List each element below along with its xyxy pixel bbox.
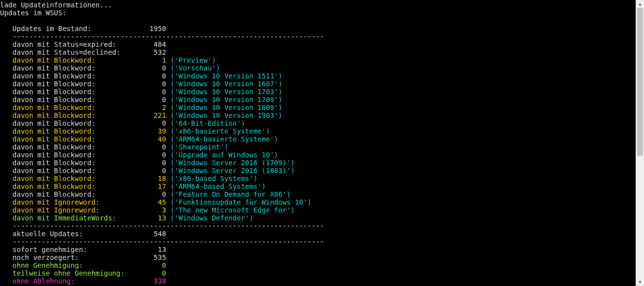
summary-verzoegert: noch verzoegert: 535: [0, 253, 642, 261]
status-line: davon mit Status=declined: 532: [0, 48, 642, 56]
blockword-line: davon mit Blockword: 17 ('ARM64-based Sy…: [0, 182, 642, 190]
title-line: Updates im WSUS:: [0, 9, 642, 17]
bestand-line: Updates im Bestand: 1950: [0, 25, 642, 33]
blockword-line: davon mit Blockword: 1 ('Preview'): [0, 56, 642, 64]
blockword-line: davon mit Blockword: 0 ('Feature On Dema…: [0, 190, 642, 198]
blockword-line: davon mit Blockword: 0 ('Windows Server …: [0, 159, 642, 167]
terminal-window: lade Updateinformationen...Updates im WS…: [0, 0, 642, 286]
scrollbar[interactable]: ▲ ▼: [636, 0, 644, 286]
summary-ohne-ablehnung: ohne Ablehnung: 338: [0, 277, 642, 285]
blockword-line: davon mit Blockword: 2 ('Windows 10 Vers…: [0, 104, 642, 111]
separator: ----------------------------------------…: [0, 33, 642, 40]
blockword-line: davon mit Blockword: 0 ('Windows Server …: [0, 167, 642, 175]
blockword-line: davon mit Blockword: 0 ('Windows 10 Vers…: [0, 72, 642, 80]
blockword-line: davon mit Blockword: 0 ('Windows 10 Vers…: [0, 80, 642, 88]
blockword-line: davon mit Blockword: 0 ('64-Bit-Edition'…: [0, 119, 642, 127]
blank-line: [0, 17, 642, 25]
scroll-down-button[interactable]: ▼: [636, 278, 644, 286]
separator: ----------------------------------------…: [0, 222, 642, 230]
blockword-line: davon mit Blockword: 0 ('Windows 10 Vers…: [0, 88, 642, 96]
loading-line: lade Updateinformationen...: [0, 1, 642, 9]
ignoreword-line: davon mit Ignoreword: 45 ('Funktionsupda…: [0, 198, 642, 206]
blockword-line: davon mit Blockword: 0 ('Vorschau'): [0, 64, 642, 72]
status-line: davon mit Status=expired: 484: [0, 40, 642, 48]
chevron-up-icon: ▲: [639, 2, 641, 6]
chevron-down-icon: ▼: [639, 280, 641, 285]
separator: ----------------------------------------…: [0, 238, 642, 246]
terminal-output: lade Updateinformationen...Updates im WS…: [0, 0, 642, 285]
ignoreword-line: davon mit Ignoreword: 3 ('The new Micros…: [0, 206, 642, 214]
immediate-line: davon mit ImmediateWords: 13 ('Windows D…: [0, 214, 642, 222]
blockword-line: davon mit Blockword: 40 ('ARM64-basierte…: [0, 135, 642, 143]
blockword-line: davon mit Blockword: 18 ('x86-based Syst…: [0, 175, 642, 182]
blockword-line: davon mit Blockword: 0 ('Windows 10 Vers…: [0, 96, 642, 104]
summary-teilweise: teilweise ohne Genehmigung: 0: [0, 269, 642, 277]
summary-ohne-genehmigung: ohne Genehmigung: 0: [0, 261, 642, 269]
scrollbar-thumb[interactable]: [637, 8, 643, 156]
blockword-line: davon mit Blockword: 39 ('x86-basierte S…: [0, 127, 642, 135]
scroll-up-button[interactable]: ▲: [636, 0, 644, 8]
summary-sofort: sofort genehmigen: 13: [0, 246, 642, 253]
blockword-line: davon mit Blockword: 221 ('Windows 10 Ve…: [0, 111, 642, 119]
aktuelle-line: aktuelle Updates: 548: [0, 230, 642, 238]
blockword-line: davon mit Blockword: 0 ('Upgrade auf Win…: [0, 151, 642, 159]
scrollbar-track[interactable]: [636, 8, 644, 278]
blockword-line: davon mit Blockword: 0 ('Sharepoint'): [0, 143, 642, 151]
